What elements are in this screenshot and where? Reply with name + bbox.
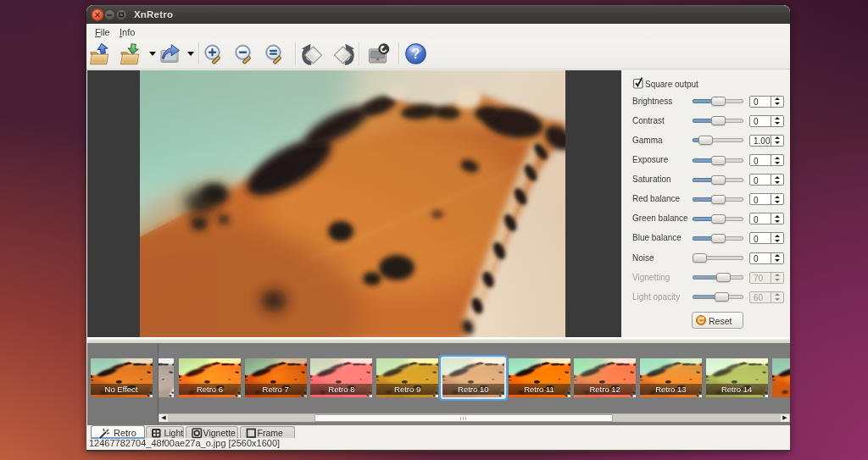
svg-text:?: ? (412, 47, 420, 61)
